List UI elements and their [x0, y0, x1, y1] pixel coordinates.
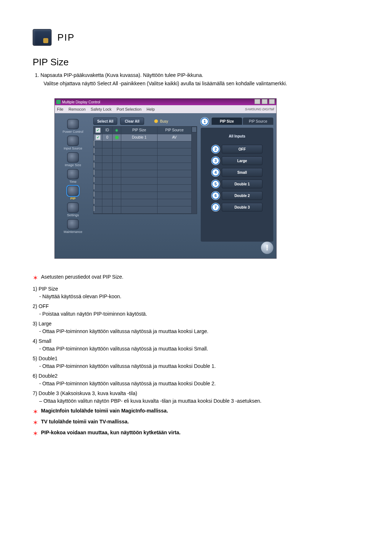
- col-status-icon: ◉: [113, 127, 121, 134]
- app-icon: [56, 100, 61, 104]
- display-grid: ID ◉ PIP Size PIP Source 0 Double 1 AV: [93, 126, 197, 214]
- info-icon[interactable]: !: [261, 242, 273, 254]
- star-icon: ✶: [33, 407, 38, 417]
- grid-empty-row: [94, 199, 197, 206]
- menu-help[interactable]: Help: [147, 107, 155, 111]
- star-icon: ✶: [33, 429, 38, 439]
- status-dot-icon: [115, 136, 119, 139]
- panel-header: All Inputs: [229, 134, 245, 138]
- busy-indicator: Busy: [154, 119, 168, 123]
- grid-empty-row: [94, 141, 197, 148]
- callout-3: 3: [212, 157, 220, 165]
- cell-pip-size: Double 1: [121, 134, 158, 141]
- scroll-up-icon[interactable]: [192, 127, 197, 132]
- grid-empty-row: [94, 163, 197, 170]
- grid-header: ID ◉ PIP Size PIP Source: [94, 127, 197, 134]
- maximize-button[interactable]: [262, 99, 268, 104]
- opt-double2[interactable]: Double 2: [222, 191, 262, 200]
- nav-power[interactable]: Power Control: [62, 119, 83, 134]
- minimize-button[interactable]: [254, 99, 260, 104]
- opt-off[interactable]: OFF: [222, 145, 262, 153]
- opt-small[interactable]: Small: [222, 168, 262, 177]
- footer-note-3: PIP-kokoa voidaan muuttaa, kun näyttöön …: [41, 429, 180, 436]
- grid-empty-row: [94, 185, 197, 192]
- window-title: Multiple Display Control: [62, 100, 100, 104]
- intro-num: 1.: [35, 72, 39, 78]
- menubar: File Remocon Safety Lock Port Selection …: [55, 105, 276, 113]
- nav-time[interactable]: Time: [67, 169, 79, 184]
- clear-all-button[interactable]: Clear All: [120, 118, 144, 125]
- close-button[interactable]: [269, 99, 275, 104]
- notes: ✶Asetusten perustiedot ovat PIP Size. 1)…: [33, 273, 359, 439]
- grid-empty-row: [94, 177, 197, 185]
- options-panel: All Inputs 2OFF 3Large 4Small 5Double 1 …: [201, 128, 273, 242]
- nav-pip[interactable]: PIP: [67, 186, 79, 200]
- scrollbar[interactable]: [192, 127, 197, 214]
- pip-icon: [33, 29, 52, 46]
- toolbar: Select All Clear All Busy: [93, 118, 197, 125]
- callout-6: 6: [212, 192, 220, 200]
- cell-pip-source: AV: [158, 134, 192, 141]
- opt-large[interactable]: Large: [222, 156, 262, 165]
- window-titlebar: Multiple Display Control: [55, 99, 276, 105]
- star-icon: ✶: [33, 418, 38, 428]
- menu-remocon[interactable]: Remocon: [69, 107, 86, 111]
- select-all-button[interactable]: Select All: [93, 118, 117, 125]
- col-id: ID: [102, 127, 113, 134]
- opt-double3[interactable]: Double 3: [222, 203, 262, 212]
- brand-label: SAMSUNG DIGITall: [245, 107, 274, 111]
- nav-maintenance[interactable]: Maintenance: [64, 219, 82, 234]
- section-heading: PIP Size: [33, 57, 359, 68]
- sidebar: Power Control Input Source Image Size Ti…: [55, 113, 91, 258]
- col-pip-size: PIP Size: [121, 127, 158, 134]
- menu-safety-lock[interactable]: Safety Lock: [91, 107, 111, 111]
- grid-empty-row: [94, 148, 197, 156]
- grid-empty-row: [94, 206, 197, 214]
- menu-file[interactable]: File: [57, 107, 64, 111]
- callout-4: 4: [212, 168, 220, 176]
- tab-pip-source[interactable]: PIP Source: [243, 118, 273, 125]
- tab-pip-size[interactable]: PIP Size: [212, 118, 242, 125]
- intro-line1: Napsauta PIP-pääkuvaketta (Kuva kuvassa)…: [41, 72, 203, 78]
- grid-empty-row: [94, 170, 197, 177]
- busy-dot-icon: [154, 119, 158, 123]
- nav-input[interactable]: Input Source: [64, 136, 82, 150]
- opt-double1[interactable]: Double 1: [222, 180, 262, 188]
- nav-image[interactable]: Image Size: [65, 152, 81, 167]
- app-screenshot: Multiple Display Control File Remocon Sa…: [54, 98, 277, 259]
- right-tabs: 1 PIP Size PIP Source: [201, 118, 273, 126]
- cell-id: 0: [102, 134, 113, 141]
- grid-row[interactable]: 0 Double 1 AV: [94, 134, 197, 141]
- grid-empty-row: [94, 156, 197, 163]
- callout-1: 1: [201, 118, 209, 126]
- nav-settings[interactable]: Settings: [67, 202, 79, 217]
- footer-note-1: MagicInfoin tulolähde toimii vain MagicI…: [41, 407, 168, 415]
- col-pip-source: PIP Source: [158, 127, 192, 134]
- callout-7: 7: [212, 203, 220, 211]
- callout-5: 5: [212, 180, 220, 188]
- row-checkbox[interactable]: [95, 135, 101, 140]
- intro-line2: Valitse ohjattava näyttö Select All -pai…: [44, 80, 359, 87]
- intro-list: 1. Napsauta PIP-pääkuvaketta (Kuva kuvas…: [35, 71, 359, 87]
- footer-note-2: TV tulolähde toimii vain TV-mallissa.: [41, 418, 129, 426]
- page-title: PIP: [57, 32, 75, 43]
- star-icon: ✶: [33, 273, 38, 283]
- note-intro: Asetusten perustiedot ovat PIP Size.: [41, 273, 123, 281]
- grid-empty-row: [94, 192, 197, 199]
- header-checkbox[interactable]: [95, 128, 101, 133]
- menu-port-selection[interactable]: Port Selection: [117, 107, 141, 111]
- section-title-row: PIP: [33, 29, 359, 46]
- callout-2: 2: [212, 145, 220, 153]
